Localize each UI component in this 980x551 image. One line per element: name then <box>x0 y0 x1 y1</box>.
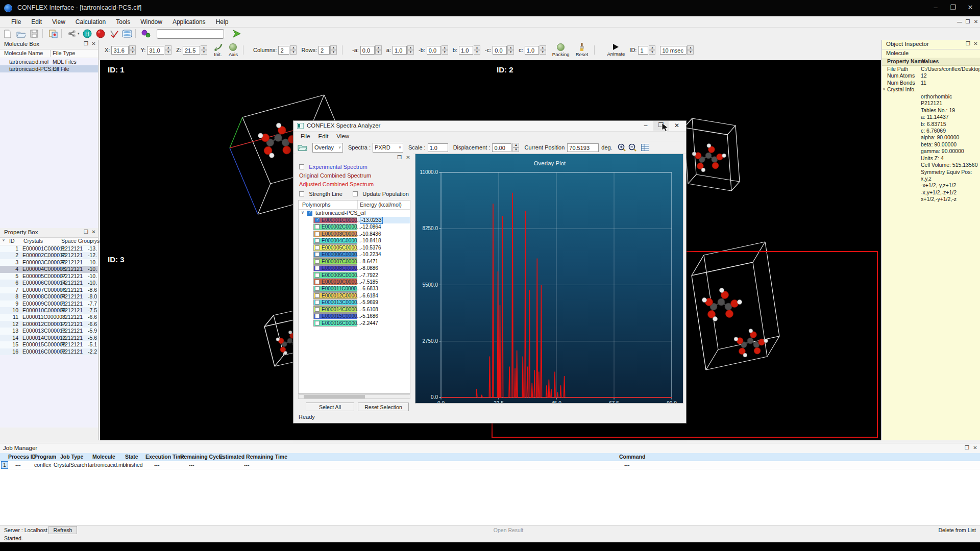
inspector-row[interactable]: Symmetry Equiv Pos: <box>882 169 980 176</box>
close-panel-icon[interactable]: ✕ <box>405 155 411 160</box>
polymorph-energy[interactable]: -8.6471 <box>361 258 378 265</box>
menu-applications[interactable]: Applications <box>167 18 211 26</box>
current-position-input[interactable]: 70.5193 <box>567 143 599 152</box>
col-space-group[interactable]: Space Group <box>61 238 93 244</box>
add-hydrogen-icon[interactable]: H <box>82 29 93 39</box>
polymorph-row[interactable]: E000004C0000...-10.8418 <box>299 237 410 244</box>
polymorph-row[interactable]: E000003C0000...-10.8436 <box>299 231 410 237</box>
update-population-checkbox[interactable] <box>353 191 358 196</box>
x-spinner-arrows[interactable]: ▲▼ <box>129 45 136 55</box>
polymorph-checkbox[interactable] <box>315 314 320 318</box>
zoom-out-icon[interactable] <box>628 143 637 152</box>
tree-expander-icon[interactable]: ∨ <box>301 210 304 215</box>
y-spinner-arrows[interactable]: ▲▼ <box>165 45 172 55</box>
property-table-row[interactable]: 14E000014C000012P212121-5.6 <box>0 335 98 341</box>
polymorph-checkbox[interactable] <box>315 293 320 298</box>
spectra-minimize-button[interactable]: – <box>638 121 653 131</box>
reset-selection-button[interactable]: Reset Selection <box>358 403 409 411</box>
open-result-button[interactable]: Open Result <box>478 527 539 533</box>
displacement-spinner[interactable]: ▲▼ <box>512 143 519 152</box>
polymorph-row[interactable]: E000007C0000...-8.6471 <box>299 258 410 265</box>
job-col-command[interactable]: Command <box>619 453 645 461</box>
close-panel-icon[interactable]: ✕ <box>90 229 97 235</box>
menu-tools[interactable]: Tools <box>111 18 135 26</box>
close-panel-icon[interactable]: ✕ <box>90 41 97 46</box>
col-energy[interactable]: Energy (kcal/mol) <box>360 202 410 208</box>
cell-stepper-arrows[interactable]: ▲▼ <box>507 45 514 55</box>
rows-spinner-arrows[interactable]: ▲▼ <box>330 45 337 55</box>
root-checkbox[interactable] <box>307 211 312 216</box>
job-col-execution-time[interactable]: Execution Time <box>145 453 185 461</box>
cell-stepper-value[interactable]: 1.0 <box>459 46 473 55</box>
cell-stepper-value[interactable]: 1.0 <box>525 46 539 55</box>
spectra-close-button[interactable]: ✕ <box>669 121 685 131</box>
job-col-job-type[interactable]: Job Type <box>60 453 83 461</box>
menu-window[interactable]: Window <box>135 18 167 26</box>
job-row-number[interactable]: 1 <box>1 461 8 469</box>
displacement-input[interactable]: 0.00 <box>492 143 511 152</box>
polymorph-energy[interactable]: -6.6184 <box>361 292 378 299</box>
rotate-x-stepper[interactable]: X: 31.6 ▲▼ <box>105 45 136 55</box>
menu-edit[interactable]: Edit <box>26 18 47 26</box>
server-select[interactable]: Server : Localhost ∨ <box>4 527 52 533</box>
close-panel-icon[interactable]: ✕ <box>972 445 978 450</box>
molecule-view-icon[interactable] <box>140 29 152 39</box>
save-icon[interactable] <box>29 29 40 39</box>
polymorph-energy[interactable]: -5.1686 <box>361 313 378 320</box>
property-table-row[interactable]: 15E000015C000008P212121-5.1 <box>0 341 98 348</box>
columns-spinner-arrows[interactable]: ▲▼ <box>290 45 297 55</box>
cell-stepper--a[interactable]: -a:0.0▲▼ <box>352 45 382 55</box>
scale-input[interactable]: 1.0 <box>428 143 448 152</box>
cell-stepper-value[interactable]: 0.0 <box>360 46 375 55</box>
property-table-row[interactable]: 13E000013C000013P212121-5.9 <box>0 328 98 334</box>
columns-value[interactable]: 2 <box>278 46 289 55</box>
copy-image-icon[interactable] <box>47 29 59 39</box>
experimental-spectrum-checkbox[interactable] <box>299 164 304 169</box>
polymorph-energy[interactable]: -7.5185 <box>361 279 378 286</box>
polymorph-row[interactable]: E000002C0000...-12.0864 <box>299 223 410 230</box>
polymorph-checkbox[interactable] <box>315 273 320 278</box>
float-panel-icon[interactable]: ❐ <box>396 155 403 160</box>
property-table-row[interactable]: 3E000003C000020P212121-10. <box>0 259 98 266</box>
cell-stepper-arrows[interactable]: ▲▼ <box>474 45 480 55</box>
cell-stepper-arrows[interactable]: ▲▼ <box>540 45 546 55</box>
run-icon[interactable] <box>231 29 242 39</box>
polymorph-checkbox[interactable] <box>315 259 320 264</box>
polymorph-energy[interactable]: -5.9699 <box>361 299 378 306</box>
zoom-in-icon[interactable] <box>618 143 626 152</box>
polymorph-energy[interactable]: -8.0886 <box>361 265 378 272</box>
property-table-row[interactable]: 4E000004C000005P212121-10. <box>0 266 98 272</box>
job-col-molecule[interactable]: Molecule <box>92 453 115 461</box>
check-structure-icon[interactable] <box>108 29 119 39</box>
reset-button[interactable]: Reset <box>576 43 589 57</box>
z-value[interactable]: 21.5 <box>183 46 200 55</box>
cell-stepper-arrows[interactable]: ▲▼ <box>407 45 414 55</box>
polymorph-row[interactable]: E000016C0000...-2.2447 <box>299 320 410 327</box>
menu-help[interactable]: Help <box>211 18 234 26</box>
cell-stepper-value[interactable]: 0.0 <box>427 46 441 55</box>
polymorph-checkbox[interactable] <box>315 252 320 257</box>
mdi-close-icon[interactable]: ✕ <box>972 18 980 26</box>
polymorph-energy[interactable]: -7.7922 <box>361 272 378 279</box>
inspector-row[interactable]: b: 6.83715 <box>882 121 980 128</box>
polymorph-checkbox[interactable] <box>315 286 320 291</box>
job-col-state[interactable]: State <box>125 453 138 461</box>
inspector-row[interactable]: ∨Crystal Info. <box>882 86 980 93</box>
polymorph-energy[interactable]: -2.2447 <box>361 320 378 327</box>
inspector-row[interactable]: Num Atoms12 <box>882 72 980 79</box>
job-col-program[interactable]: Program <box>34 453 56 461</box>
polymorph-row[interactable]: E000006C0000...-10.2234 <box>299 251 410 258</box>
polymorph-row[interactable]: E000008C0000...-8.0886 <box>299 265 410 271</box>
polymorph-row[interactable]: E000012C0000...-6.6184 <box>299 292 410 299</box>
col-polymorphs[interactable]: Polymorphs <box>302 202 330 208</box>
polymorph-row[interactable]: E000001C0000...-13.0233 <box>299 217 410 223</box>
polymorph-checkbox[interactable] <box>315 238 320 243</box>
menu-view[interactable]: View <box>47 18 70 26</box>
build-molecule-dropdown-icon[interactable]: ▾ <box>78 32 80 36</box>
collapse-icon[interactable]: ∨ <box>2 238 5 242</box>
y-value[interactable]: 31.0 <box>147 46 164 55</box>
inspector-row[interactable]: c: 6.76069 <box>882 128 980 134</box>
inspector-row[interactable]: -x+1/2,-y,z+1/2 <box>882 182 980 189</box>
property-table-row[interactable]: 8E000008C000004P212121-8.0 <box>0 293 98 300</box>
col-file-type[interactable]: File Type <box>53 50 75 56</box>
